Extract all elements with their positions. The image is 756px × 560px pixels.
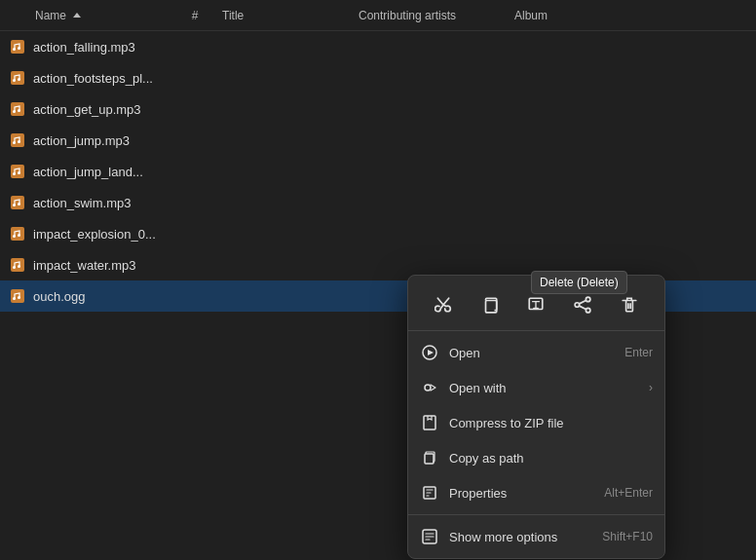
properties-icon (420, 483, 439, 503)
file-row[interactable]: action_swim.mp3 (0, 187, 756, 218)
audio-file-icon (8, 224, 27, 243)
svg-point-16 (13, 204, 16, 206)
svg-point-25 (13, 297, 16, 300)
svg-rect-9 (11, 133, 24, 147)
audio-file-icon (8, 255, 27, 275)
menu-item-more-options[interactable]: Show more optionsShift+F10 (408, 519, 664, 554)
properties-shortcut: Alt+Enter (604, 486, 653, 500)
name-col-label: Name (35, 9, 66, 22)
svg-rect-15 (11, 196, 24, 209)
file-name-label: action_get_up.mp3 (33, 102, 141, 117)
compress-icon (420, 413, 439, 432)
svg-point-7 (13, 110, 16, 113)
open-icon (420, 343, 439, 362)
svg-point-5 (18, 78, 20, 81)
svg-rect-21 (11, 258, 24, 272)
svg-point-34 (425, 385, 431, 391)
copy-button[interactable] (472, 287, 508, 322)
row-name-cell: action_get_up.mp3 (0, 99, 175, 119)
context-menu: OpenEnterOpen with›Compress to ZIP fileC… (407, 275, 665, 559)
file-row[interactable]: action_get_up.mp3 (0, 93, 756, 125)
audio-file-icon (8, 286, 27, 306)
menu-item-open[interactable]: OpenEnter (408, 335, 664, 370)
svg-point-23 (18, 265, 20, 268)
file-row[interactable]: action_jump_land... (0, 156, 756, 187)
open-with-submenu-arrow: › (649, 381, 653, 394)
svg-point-4 (13, 79, 16, 82)
svg-rect-6 (11, 102, 24, 116)
audio-file-icon (8, 193, 27, 212)
menu-item-properties[interactable]: PropertiesAlt+Enter (408, 475, 664, 510)
svg-point-2 (18, 47, 20, 50)
properties-label: Properties (449, 486, 596, 501)
col-contributing-header[interactable]: Contributing artists (351, 9, 507, 22)
file-list: Name # Title Contributing artists Album … (0, 0, 756, 312)
title-col-label: Title (222, 9, 244, 22)
row-name-cell: action_footsteps_pl... (0, 68, 175, 88)
row-name-cell: action_jump.mp3 (0, 131, 175, 150)
more-options-shortcut: Shift+F10 (602, 530, 653, 543)
open-with-label: Open with (449, 381, 649, 395)
row-name-cell: action_jump_land... (0, 162, 175, 181)
svg-rect-24 (11, 289, 24, 303)
cut-button[interactable] (426, 287, 461, 322)
svg-rect-18 (11, 227, 24, 241)
col-num-header[interactable]: # (175, 9, 214, 22)
table-header: Name # Title Contributing artists Album (0, 0, 756, 31)
more-options-label: Show more options (449, 530, 594, 544)
file-name-label: ouch.ogg (33, 289, 86, 304)
file-row[interactable]: action_jump.mp3 (0, 125, 756, 156)
file-name-label: action_falling.mp3 (33, 40, 135, 55)
svg-rect-35 (424, 416, 435, 429)
menu-item-copy-path[interactable]: Copy as path (408, 440, 664, 475)
svg-point-17 (18, 203, 20, 205)
file-name-label: action_footsteps_pl... (33, 71, 153, 86)
row-name-cell: ouch.ogg (0, 286, 175, 306)
copy-path-icon (420, 448, 439, 467)
file-row[interactable]: action_footsteps_pl... (0, 62, 756, 93)
svg-point-8 (18, 109, 20, 112)
svg-marker-33 (428, 350, 434, 355)
svg-rect-3 (11, 71, 24, 85)
svg-point-11 (18, 140, 20, 143)
file-name-label: impact_explosion_0... (33, 227, 156, 242)
col-title-header[interactable]: Title (214, 9, 351, 22)
audio-file-icon (8, 99, 27, 119)
open-shortcut: Enter (624, 346, 653, 359)
more-options-icon (420, 527, 439, 546)
file-row[interactable]: impact_explosion_0... (0, 218, 756, 249)
num-col-label: # (192, 9, 199, 22)
file-name-label: action_jump_land... (33, 165, 143, 179)
contributing-col-label: Contributing artists (359, 9, 456, 22)
row-name-cell: impact_water.mp3 (0, 255, 175, 275)
file-name-label: impact_water.mp3 (33, 258, 136, 273)
svg-rect-0 (11, 40, 24, 54)
menu-item-open-with[interactable]: Open with› (408, 370, 664, 405)
svg-rect-36 (425, 454, 434, 464)
compress-label: Compress to ZIP file (449, 416, 653, 430)
svg-rect-12 (11, 165, 24, 178)
menu-divider (408, 514, 664, 515)
svg-point-19 (13, 235, 16, 238)
album-col-label: Album (514, 9, 548, 22)
svg-point-1 (13, 48, 16, 51)
audio-file-icon (8, 131, 27, 150)
copy-path-label: Copy as path (449, 451, 653, 466)
col-name-header[interactable]: Name (0, 9, 175, 22)
svg-point-20 (18, 234, 20, 237)
audio-file-icon (8, 37, 27, 56)
open-label: Open (449, 346, 617, 360)
svg-point-14 (18, 171, 20, 174)
audio-file-icon (8, 68, 27, 88)
file-name-label: action_jump.mp3 (33, 133, 130, 148)
row-name-cell: action_swim.mp3 (0, 193, 175, 212)
col-album-header[interactable]: Album (507, 9, 624, 22)
file-row[interactable]: action_falling.mp3 (0, 31, 756, 62)
svg-point-26 (18, 296, 20, 299)
svg-point-10 (13, 141, 16, 144)
row-name-cell: impact_explosion_0... (0, 224, 175, 243)
open-with-icon (420, 378, 439, 397)
menu-item-compress[interactable]: Compress to ZIP file (408, 405, 664, 440)
svg-point-22 (13, 266, 16, 269)
audio-file-icon (8, 162, 27, 181)
